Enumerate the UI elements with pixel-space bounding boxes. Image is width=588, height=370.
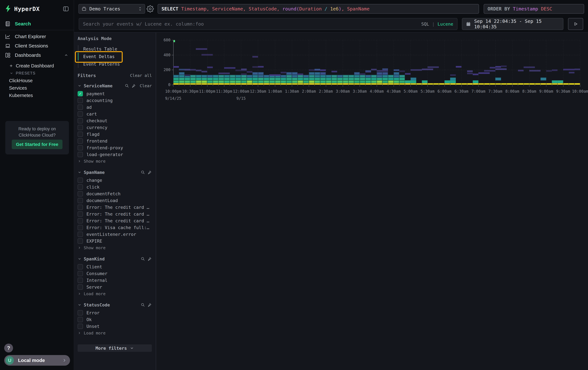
checkbox[interactable] <box>78 317 83 322</box>
checkbox[interactable] <box>78 211 83 217</box>
search-icon[interactable] <box>125 83 129 88</box>
filter-checkbox-row[interactable]: Error: The credit card (… <box>78 210 152 217</box>
checkbox[interactable] <box>78 310 83 315</box>
filter-checkbox-row[interactable]: documentFetch <box>78 190 152 197</box>
filter-checkbox-row[interactable]: EXPIRE <box>78 238 152 244</box>
filter-checkbox-row[interactable]: Error: The credit card (… <box>78 217 152 224</box>
pin-icon[interactable] <box>147 257 152 261</box>
show-more-link[interactable]: Show more <box>78 244 152 251</box>
order-by-editor[interactable]: ORDER BY Timestamp DESC <box>484 4 584 14</box>
filter-checkbox-row[interactable]: Error: The credit card (… <box>78 204 152 210</box>
sql-select-editor[interactable]: SELECT Timestamp, ServiceName, StatusCod… <box>158 4 479 14</box>
latency-heatmap-canvas[interactable] <box>171 40 583 88</box>
pin-icon[interactable] <box>147 170 152 175</box>
checkbox[interactable] <box>78 98 83 103</box>
checkbox[interactable] <box>78 198 83 203</box>
get-started-button[interactable]: Get Started for Free <box>12 140 63 149</box>
filter-value-label: Error: The credit card (… <box>86 205 151 210</box>
checkbox[interactable] <box>78 138 83 144</box>
filter-checkbox-row[interactable]: change <box>78 177 152 184</box>
checkbox[interactable] <box>78 118 83 123</box>
filter-checkbox-row[interactable]: Error: Visa cache full: … <box>78 224 152 231</box>
filter-group-header[interactable]: SpanName <box>78 170 152 175</box>
more-filters-button[interactable]: More filters <box>78 344 152 352</box>
sidebar-item-services[interactable]: Services <box>0 84 74 92</box>
analysis-item-results-table[interactable]: Results Table <box>78 45 152 53</box>
filter-checkbox-row[interactable]: documentLoad <box>78 197 152 204</box>
collapse-sidebar-icon[interactable] <box>63 5 69 12</box>
filter-checkbox-row[interactable]: currency <box>78 124 152 131</box>
show-more-link[interactable]: Load more <box>78 290 152 297</box>
checkbox[interactable] <box>78 238 83 244</box>
checkbox[interactable] <box>78 225 83 230</box>
filter-checkbox-row[interactable]: Ok <box>78 316 152 323</box>
checkbox[interactable] <box>78 232 83 237</box>
filter-checkbox-row[interactable]: Error <box>78 309 152 316</box>
checkbox[interactable] <box>78 264 83 270</box>
checkbox[interactable] <box>78 205 83 210</box>
checkbox[interactable] <box>78 271 83 276</box>
filter-checkbox-row[interactable]: click <box>78 184 152 190</box>
run-query-button[interactable] <box>568 18 583 30</box>
create-dashboard-button[interactable]: Create Dashboard <box>0 62 74 70</box>
filter-checkbox-row[interactable]: eventListener.error <box>78 231 152 238</box>
filter-checkbox-row[interactable]: cart <box>78 110 152 117</box>
filter-checkbox-row[interactable]: ad <box>78 104 152 110</box>
checkbox[interactable] <box>78 278 83 283</box>
local-mode-menu[interactable]: U Local mode <box>4 355 70 366</box>
filter-checkbox-row[interactable]: load-generator <box>78 151 152 158</box>
mode-toggle-sql[interactable]: SQL <box>421 21 429 27</box>
show-more-link[interactable]: Show more <box>78 158 152 165</box>
checkbox[interactable] <box>78 191 83 196</box>
source-select[interactable]: Demo Traces <box>78 4 145 14</box>
analysis-item-event-patterns[interactable]: Event Patterns <box>78 60 152 68</box>
presets-toggle[interactable]: PRESETS <box>0 70 74 77</box>
checkbox[interactable] <box>78 111 83 117</box>
checkbox[interactable]: ✓ <box>78 91 83 96</box>
checkbox[interactable] <box>78 284 83 290</box>
search-icon[interactable] <box>141 257 145 261</box>
filter-checkbox-row[interactable]: frontend-proxy <box>78 144 152 151</box>
sidebar-item-chart-explorer[interactable]: Chart Explorer <box>0 32 74 41</box>
checkbox[interactable] <box>78 178 83 183</box>
show-more-link[interactable]: Load more <box>78 330 152 336</box>
checkbox[interactable] <box>78 324 83 329</box>
filter-checkbox-row[interactable]: Client <box>78 263 152 270</box>
gear-icon[interactable] <box>146 5 154 13</box>
filter-checkbox-row[interactable]: accounting <box>78 97 152 104</box>
filter-checkbox-row[interactable]: Server <box>78 284 152 290</box>
mode-toggle-lucene[interactable]: Lucene <box>437 21 453 27</box>
checkbox[interactable] <box>78 125 83 130</box>
filter-checkbox-row[interactable]: ✓payment <box>78 90 152 97</box>
filter-checkbox-row[interactable]: flagd <box>78 131 152 138</box>
lucene-search-input[interactable]: Search your events w/ Lucene ex. column:… <box>79 18 457 30</box>
clear-filter-link[interactable]: Clear <box>140 83 152 88</box>
filter-checkbox-row[interactable]: Internal <box>78 277 152 284</box>
filter-checkbox-row[interactable]: checkout <box>78 117 152 124</box>
filter-group-header[interactable]: StatusCode <box>78 302 152 308</box>
clear-all-link[interactable]: Clear all <box>130 73 152 78</box>
filter-group-header[interactable]: SpanKind <box>78 256 152 262</box>
checkbox[interactable] <box>78 145 83 150</box>
sidebar-item-clickhouse[interactable]: ClickHouse <box>0 77 74 84</box>
pin-icon[interactable] <box>131 83 136 88</box>
filter-checkbox-row[interactable]: frontend <box>78 138 152 144</box>
filter-checkbox-row[interactable]: Consumer <box>78 270 152 277</box>
checkbox[interactable] <box>78 105 83 110</box>
filter-group-header[interactable]: ServiceNameClear <box>78 83 152 89</box>
search-icon[interactable] <box>141 303 145 307</box>
search-icon[interactable] <box>141 170 145 175</box>
sidebar-item-dashboards[interactable]: Dashboards <box>0 50 74 60</box>
help-button[interactable]: ? <box>4 344 13 352</box>
analysis-item-event-deltas[interactable]: Event Deltas <box>78 53 152 60</box>
sidebar-item-search[interactable]: Search <box>0 18 74 30</box>
sidebar-item-kubernetes[interactable]: Kubernetes <box>0 92 74 99</box>
filter-checkbox-row[interactable]: Unset <box>78 323 152 330</box>
checkbox[interactable] <box>78 152 83 157</box>
sidebar-item-client-sessions[interactable]: Client Sessions <box>0 41 74 50</box>
checkbox[interactable] <box>78 184 83 190</box>
pin-icon[interactable] <box>147 303 152 307</box>
time-range-picker[interactable]: Sep 14 22:04:35 - Sep 15 10:04:35 <box>462 18 563 30</box>
checkbox[interactable] <box>78 132 83 137</box>
checkbox[interactable] <box>78 218 83 223</box>
